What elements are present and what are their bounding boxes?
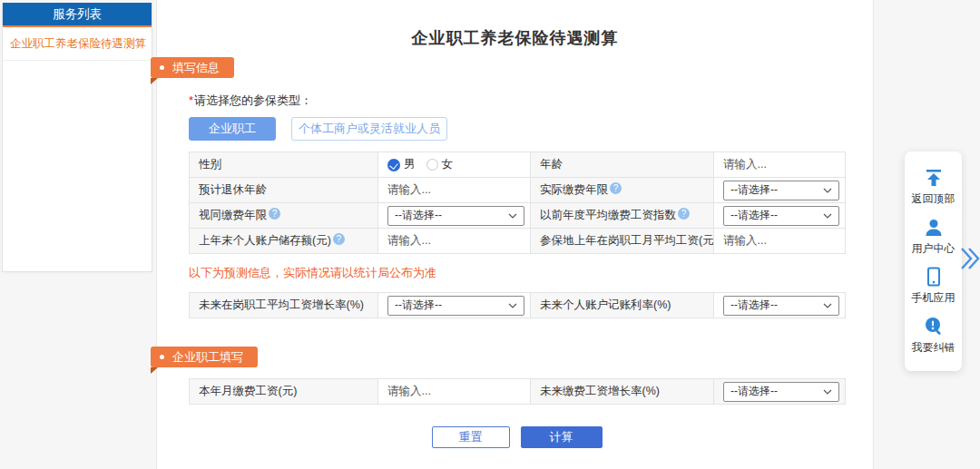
prediction-note: 以下为预测信息，实际情况请以统计局公布为准 xyxy=(189,265,873,281)
deemed-payment-years-label: 视同缴费年限? xyxy=(190,203,378,229)
gender-label: 性别 xyxy=(190,152,378,178)
table-row: 视同缴费年限? --请选择-- 以前年度平均缴费工资指数? --请选择-- xyxy=(190,203,846,229)
toolbar-item-label: 我要纠错 xyxy=(912,340,956,356)
back-to-top-icon xyxy=(923,167,945,189)
floating-toolbar: 返回顶部 用户中心 手机应用 我要纠错 xyxy=(905,151,962,371)
error-report-icon xyxy=(923,316,945,337)
toolbar-item-label: 手机应用 xyxy=(912,290,956,306)
radio-unchecked-icon xyxy=(426,159,438,171)
gender-radio-female[interactable]: 女 xyxy=(426,157,454,172)
badge-bullet xyxy=(160,65,164,70)
report-error-button[interactable]: 我要纠错 xyxy=(912,316,956,356)
table-row: 本年月缴费工资(元) 请输入... 未来缴费工资增长率(%) --请选择-- xyxy=(190,379,846,405)
service-list-sidebar: 服务列表 企业职工养老保险待遇测算 xyxy=(2,3,152,272)
future-wage-growth-select[interactable]: --请选择-- xyxy=(387,296,524,316)
select-caret-icon xyxy=(823,213,832,219)
account-balance-label: 上年末个人账户储存额(元)? xyxy=(190,229,378,254)
radio-checked-icon xyxy=(387,159,400,171)
retire-age-label: 预计退休年龄 xyxy=(190,178,378,203)
age-label: 年龄 xyxy=(531,152,714,178)
double-chevron-right-icon xyxy=(959,244,980,273)
section-badge-fill-info: 填写信息 xyxy=(151,57,234,78)
monthly-wage-label: 本年月缴费工资(元) xyxy=(190,379,378,405)
future-account-rate-select[interactable]: --请选择-- xyxy=(723,296,839,316)
select-caret-icon xyxy=(823,188,832,193)
select-caret-icon xyxy=(823,389,832,395)
insured-type-buttons: 企业职工 个体工商户或灵活就业人员 xyxy=(189,117,873,141)
main-content: 企业职工养老保险待遇测算 填写信息 *请选择您的参保类型： 企业职工 个体工商户… xyxy=(156,0,874,469)
company-employee-table: 本年月缴费工资(元) 请输入... 未来缴费工资增长率(%) --请选择-- xyxy=(189,378,846,405)
badge-label: 填写信息 xyxy=(172,60,220,76)
retire-age-input[interactable]: 请输入... xyxy=(378,178,531,203)
select-caret-icon xyxy=(508,303,517,308)
help-icon[interactable]: ? xyxy=(678,208,690,220)
form-actions: 重置 计算 xyxy=(189,426,845,448)
help-icon[interactable]: ? xyxy=(269,208,280,220)
age-input[interactable]: 请输入... xyxy=(714,152,846,178)
back-to-top-button[interactable]: 返回顶部 xyxy=(912,167,956,207)
toolbar-item-label: 用户中心 xyxy=(912,241,956,257)
help-icon[interactable]: ? xyxy=(333,233,345,245)
basic-info-table: 性别 男 女 年龄 请输入... xyxy=(189,151,846,254)
avg-wage-index-select[interactable]: --请选择-- xyxy=(723,206,839,226)
future-wage-growth-label: 未来在岗职工平均工资增长率(%) xyxy=(190,293,378,318)
reset-button[interactable]: 重置 xyxy=(432,426,510,448)
sidebar-header: 服务列表 xyxy=(3,3,152,27)
mobile-app-button[interactable]: 手机应用 xyxy=(912,266,956,306)
type-button-enterprise-employee[interactable]: 企业职工 xyxy=(189,117,276,141)
table-row: 性别 男 女 年龄 请输入... xyxy=(190,152,846,178)
phone-icon xyxy=(923,266,945,288)
sidebar-item-pension-calc[interactable]: 企业职工养老保险待遇测算 xyxy=(3,27,152,61)
type-button-self-employed[interactable]: 个体工商户或灵活就业人员 xyxy=(291,117,447,141)
page-title: 企业职工养老保险待遇测算 xyxy=(157,27,873,49)
select-caret-icon xyxy=(823,303,832,308)
deemed-payment-years-select[interactable]: --请选择-- xyxy=(387,206,524,226)
gender-radio-group: 男 女 xyxy=(387,157,524,172)
user-center-button[interactable]: 用户中心 xyxy=(912,217,956,257)
badge-bullet xyxy=(160,355,164,359)
required-asterisk: * xyxy=(189,93,193,107)
insured-type-label: *请选择您的参保类型： xyxy=(189,93,873,109)
table-row: 预计退休年龄 请输入... 实际缴费年限? --请选择-- xyxy=(190,178,846,203)
actual-payment-years-label: 实际缴费年限? xyxy=(531,178,714,203)
avg-wage-index-label: 以前年度平均缴费工资指数? xyxy=(531,203,714,229)
future-pay-wage-growth-select[interactable]: --请选择-- xyxy=(723,382,839,402)
table-row: 上年末个人账户储存额(元)? 请输入... 参保地上年在岗职工月平均工资(元)?… xyxy=(190,229,846,254)
table-row: 未来在岗职工平均工资增长率(%) --请选择-- 未来个人账户记账利率(%) -… xyxy=(190,293,846,318)
monthly-wage-input[interactable]: 请输入... xyxy=(378,379,531,405)
future-account-rate-label: 未来个人账户记账利率(%) xyxy=(531,293,714,318)
user-icon xyxy=(923,217,945,239)
account-balance-input[interactable]: 请输入... xyxy=(378,229,531,254)
gender-radio-male[interactable]: 男 xyxy=(387,157,416,172)
select-caret-icon xyxy=(508,213,517,219)
badge-label: 企业职工填写 xyxy=(172,349,243,366)
calculate-button[interactable]: 计算 xyxy=(521,426,603,448)
section-badge-company-fill: 企业职工填写 xyxy=(151,347,258,367)
local-avg-wage-input[interactable]: 请输入... xyxy=(714,229,846,254)
local-avg-wage-label: 参保地上年在岗职工月平均工资(元)? xyxy=(531,229,714,254)
toolbar-item-label: 返回顶部 xyxy=(912,191,956,207)
actual-payment-years-select[interactable]: --请选择-- xyxy=(723,181,839,200)
future-pay-wage-growth-label: 未来缴费工资增长率(%) xyxy=(531,379,714,405)
help-icon[interactable]: ? xyxy=(610,182,622,194)
prediction-table: 未来在岗职工平均工资增长率(%) --请选择-- 未来个人账户记账利率(%) -… xyxy=(189,292,846,318)
toolbar-expand-chevron[interactable] xyxy=(959,244,980,277)
